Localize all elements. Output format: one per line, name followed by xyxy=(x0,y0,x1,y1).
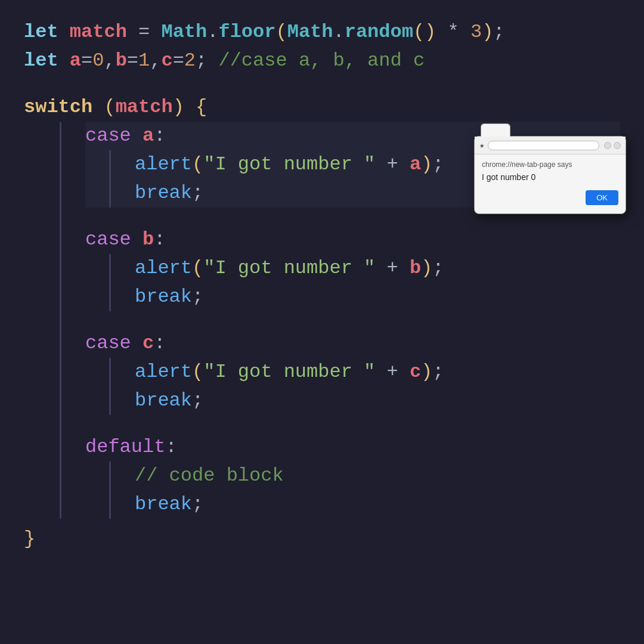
case-a-bar xyxy=(109,150,111,208)
alert-window-controls xyxy=(604,142,621,149)
alert-ok-button[interactable]: OK xyxy=(586,190,618,205)
default-bar xyxy=(109,462,111,519)
spacer-1 xyxy=(24,75,620,93)
star-icon: ★ xyxy=(479,140,484,150)
break-d-line: break; xyxy=(135,490,284,519)
code-editor: let match = Math.floor(Math.random() * 3… xyxy=(0,0,644,644)
case-b-block: case b: alert("I got number " + b); brea… xyxy=(85,225,620,311)
case-b-content: alert("I got number " + b); break; xyxy=(135,254,444,311)
alert-source: chrome://new-tab-page says xyxy=(482,160,618,169)
case-c-line: case c: xyxy=(85,329,620,358)
window-btn-1 xyxy=(604,142,611,149)
case-c-inner: alert("I got number " + c); break; xyxy=(85,358,620,415)
default-line: default: xyxy=(85,433,620,462)
comment-line: // code block xyxy=(135,462,284,490)
alert-c-line: alert("I got number " + c); xyxy=(135,358,444,386)
break-a-line: break; xyxy=(135,179,444,208)
case-b-inner: alert("I got number " + b); break; xyxy=(85,254,620,311)
alert-body: chrome://new-tab-page says I got number … xyxy=(475,154,626,213)
alert-a-line: alert("I got number " + a); xyxy=(135,150,444,179)
alert-dialog: ★ chrome://new-tab-page says I got numbe… xyxy=(474,136,626,214)
alert-b-line: alert("I got number " + b); xyxy=(135,254,444,283)
code-line-1: let match = Math.floor(Math.random() * 3… xyxy=(24,18,620,47)
alert-titlebar: ★ xyxy=(475,137,626,154)
alert-message: I got number 0 xyxy=(482,172,618,182)
spacer-4 xyxy=(85,415,620,433)
alert-ok-row: OK xyxy=(482,190,618,208)
case-c-block: case c: alert("I got number " + c); brea… xyxy=(85,329,620,415)
default-inner: // code block break; xyxy=(85,462,620,519)
spacer-3 xyxy=(85,311,620,329)
case-b-line: case b: xyxy=(85,225,620,254)
break-b-line: break; xyxy=(135,283,444,311)
case-c-bar xyxy=(109,358,111,415)
closing-brace-line: } xyxy=(24,525,620,553)
switch-indent-bar xyxy=(60,122,61,519)
case-c-content: alert("I got number " + c); break; xyxy=(135,358,444,415)
default-block: default: // code block break; xyxy=(85,433,620,519)
code-line-2: let a=0,b=1,c=2; //case a, b, and c xyxy=(24,47,620,75)
default-content: // code block break; xyxy=(135,462,284,519)
alert-tab xyxy=(481,123,510,137)
alert-url-bar xyxy=(488,141,599,150)
code-line-switch: switch (match) { xyxy=(24,93,620,122)
break-c-line: break; xyxy=(135,386,444,415)
case-a-content: alert("I got number " + a); break; xyxy=(135,150,444,208)
window-btn-2 xyxy=(614,142,621,149)
case-b-bar xyxy=(109,254,111,311)
